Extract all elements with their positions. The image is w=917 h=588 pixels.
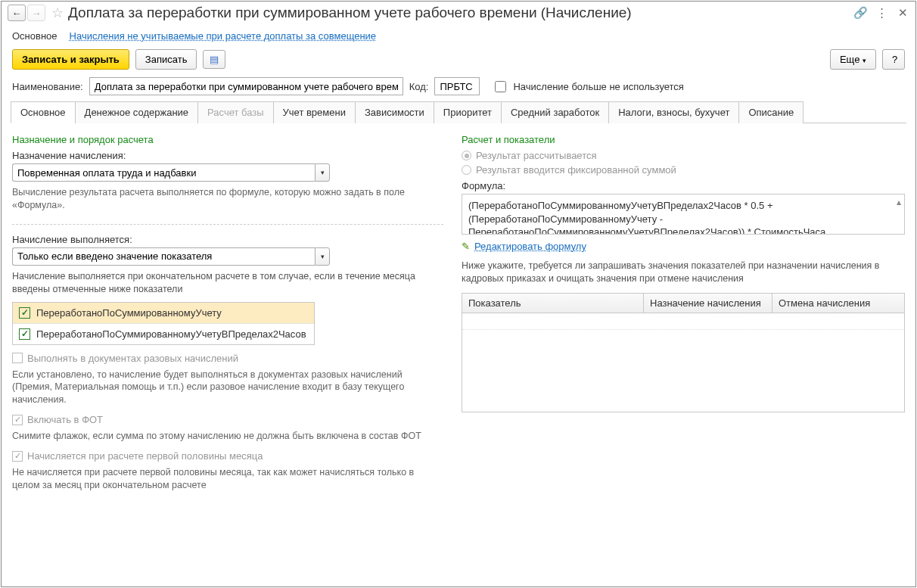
table-row[interactable] bbox=[462, 313, 904, 330]
arrow-right-icon: → bbox=[32, 8, 42, 19]
section-calc-heading: Расчет и показатели bbox=[462, 134, 905, 145]
document-icon: ▤ bbox=[210, 54, 219, 65]
main-tabs: Основное Денежное содержание Расчет базы… bbox=[11, 101, 906, 123]
favorite-star-icon[interactable]: ☆ bbox=[51, 5, 64, 21]
checkbox-unchecked-icon bbox=[12, 353, 23, 363]
pencil-icon: ✎ bbox=[462, 241, 470, 252]
chevron-down-icon: ▾ bbox=[321, 169, 325, 176]
code-input[interactable] bbox=[434, 77, 480, 95]
section-purpose-heading: Назначение и порядок расчета bbox=[12, 134, 443, 145]
perform-dropdown-button[interactable]: ▾ bbox=[315, 247, 330, 266]
indicator-row[interactable]: ✓ ПереработаноПоСуммированномуУчету bbox=[13, 303, 314, 324]
formula-textbox[interactable]: (ПереработаноПоСуммированномуУчетуВПреде… bbox=[462, 194, 905, 235]
radio-off-icon bbox=[462, 165, 471, 175]
tab-main[interactable]: Основное bbox=[11, 101, 76, 123]
checkbox-checked-icon: ✓ bbox=[12, 415, 23, 425]
kebab-menu-icon[interactable]: ⋮ bbox=[875, 6, 888, 20]
code-label: Код: bbox=[409, 81, 429, 92]
purpose-hint: Вычисление результата расчета выполняетс… bbox=[12, 186, 443, 212]
link-icon[interactable]: 🔗 bbox=[853, 6, 867, 20]
purpose-select[interactable] bbox=[12, 163, 315, 182]
first-half-checkbox: ✓ Начисляется при расчете первой половин… bbox=[12, 450, 443, 462]
name-label: Наименование: bbox=[12, 81, 83, 92]
tab-average[interactable]: Средний заработок bbox=[501, 101, 609, 123]
tab-base[interactable]: Расчет базы bbox=[197, 101, 274, 123]
checkbox-checked-icon[interactable]: ✓ bbox=[19, 307, 30, 319]
name-input[interactable] bbox=[89, 77, 403, 95]
chevron-down-icon: ▾ bbox=[321, 253, 325, 260]
tab-priority[interactable]: Приоритет bbox=[434, 101, 502, 123]
save-button[interactable]: Записать bbox=[135, 49, 197, 70]
radio-on-icon bbox=[462, 151, 471, 160]
subnav-main[interactable]: Основное bbox=[12, 30, 58, 42]
tab-taxes[interactable]: Налоги, взносы, бухучет bbox=[608, 101, 739, 123]
indicator-row[interactable]: ✓ ПереработаноПоСуммированномуУчетуВПред… bbox=[13, 324, 314, 344]
radio-result-fixed: Результат вводится фиксированной суммой bbox=[462, 164, 905, 176]
perform-select[interactable] bbox=[12, 247, 315, 266]
params-table: Показатель Назначение начисления Отмена … bbox=[462, 293, 905, 412]
save-and-close-button[interactable]: Записать и закрыть bbox=[12, 49, 129, 70]
params-hint: Ниже укажите, требуется ли запрашивать з… bbox=[462, 260, 905, 285]
not-used-checkbox[interactable]: Начисление больше не используется bbox=[492, 79, 683, 95]
formula-label: Формула: bbox=[462, 180, 905, 191]
radio-result-calculated: Результат рассчитывается bbox=[462, 150, 905, 161]
nav-back-button[interactable]: ← bbox=[8, 5, 26, 21]
tab-description[interactable]: Описание bbox=[738, 101, 804, 123]
purpose-label: Назначение начисления: bbox=[12, 150, 443, 161]
more-button[interactable]: Еще ▾ bbox=[830, 49, 876, 70]
column-header-cancel[interactable]: Отмена начисления bbox=[772, 294, 904, 313]
tab-dependencies[interactable]: Зависимости bbox=[355, 101, 434, 123]
close-icon[interactable]: ✕ bbox=[896, 6, 909, 20]
tab-monetary[interactable]: Денежное содержание bbox=[75, 101, 198, 123]
help-button[interactable]: ? bbox=[882, 49, 905, 70]
first-half-hint: Не начисляется при расчете первой полови… bbox=[12, 466, 443, 492]
params-table-body[interactable] bbox=[462, 313, 904, 412]
indicator-label: ПереработаноПоСуммированномуУчетуВПредел… bbox=[36, 328, 306, 340]
column-header-indicator[interactable]: Показатель bbox=[462, 294, 644, 313]
one-time-docs-checkbox: Выполнять в документах разовых начислени… bbox=[12, 353, 443, 364]
include-fot-hint: Снимите флажок, если сумма по этому начи… bbox=[12, 430, 443, 443]
print-button[interactable]: ▤ bbox=[203, 50, 225, 69]
indicator-label: ПереработаноПоСуммированномуУчету bbox=[36, 307, 222, 319]
perform-hint: Начисление выполняется при окончательном… bbox=[12, 270, 443, 296]
edit-formula-link[interactable]: Редактировать формулу bbox=[474, 241, 586, 252]
column-header-assignment[interactable]: Назначение начисления bbox=[644, 294, 772, 313]
page-title: Доплата за переработки при суммированном… bbox=[68, 5, 853, 21]
perform-label: Начисление выполняется: bbox=[12, 234, 443, 245]
purpose-dropdown-button[interactable]: ▾ bbox=[315, 163, 330, 182]
include-fot-checkbox: ✓ Включать в ФОТ bbox=[12, 414, 443, 425]
checkbox-checked-icon[interactable]: ✓ bbox=[19, 328, 30, 340]
checkbox-checked-icon: ✓ bbox=[12, 451, 23, 462]
tab-time[interactable]: Учет времени bbox=[273, 101, 356, 123]
one-time-docs-hint: Если установлено, то начисление будет вы… bbox=[12, 369, 443, 407]
arrow-left-icon: ← bbox=[12, 8, 22, 19]
nav-forward-button[interactable]: → bbox=[27, 5, 45, 21]
expand-icon[interactable]: ▴ bbox=[897, 196, 901, 208]
subnav-link-exclusions[interactable]: Начисления не учитываемые при расчете до… bbox=[70, 30, 377, 42]
chevron-down-icon: ▾ bbox=[863, 57, 866, 64]
